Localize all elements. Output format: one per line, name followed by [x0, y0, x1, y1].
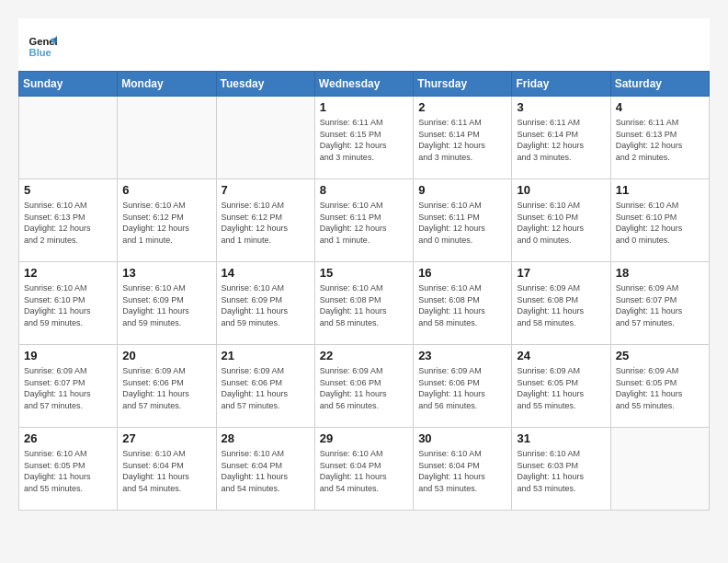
weekday-header-tuesday: Tuesday — [216, 72, 314, 97]
day-info: Sunrise: 6:10 AM Sunset: 6:04 PM Dayligh… — [122, 448, 210, 494]
day-info: Sunrise: 6:10 AM Sunset: 6:11 PM Dayligh… — [320, 200, 408, 246]
week-row-1: 5Sunrise: 6:10 AM Sunset: 6:13 PM Daylig… — [19, 179, 710, 262]
day-number: 28 — [222, 431, 310, 445]
day-number: 17 — [517, 266, 605, 280]
day-number: 26 — [24, 431, 112, 445]
day-number: 15 — [320, 266, 408, 280]
day-number: 6 — [122, 183, 210, 197]
day-number: 29 — [320, 431, 408, 445]
day-info: Sunrise: 6:10 AM Sunset: 6:08 PM Dayligh… — [320, 282, 408, 328]
logo-icon: General Blue — [28, 32, 57, 62]
day-cell: 10Sunrise: 6:10 AM Sunset: 6:10 PM Dayli… — [512, 179, 610, 262]
day-cell: 26Sunrise: 6:10 AM Sunset: 6:05 PM Dayli… — [19, 428, 118, 511]
day-info: Sunrise: 6:10 AM Sunset: 6:10 PM Dayligh… — [24, 282, 112, 328]
day-number: 5 — [24, 183, 112, 197]
weekday-header-wednesday: Wednesday — [314, 72, 413, 97]
day-cell: 6Sunrise: 6:10 AM Sunset: 6:12 PM Daylig… — [118, 179, 216, 262]
day-cell: 9Sunrise: 6:10 AM Sunset: 6:11 PM Daylig… — [414, 179, 512, 262]
day-number: 7 — [222, 183, 310, 197]
day-number: 27 — [122, 431, 210, 445]
day-info: Sunrise: 6:09 AM Sunset: 6:06 PM Dayligh… — [222, 365, 310, 411]
day-info: Sunrise: 6:09 AM Sunset: 6:06 PM Dayligh… — [122, 365, 210, 411]
day-info: Sunrise: 6:10 AM Sunset: 6:05 PM Dayligh… — [24, 448, 112, 494]
week-row-4: 26Sunrise: 6:10 AM Sunset: 6:05 PM Dayli… — [19, 428, 710, 511]
day-info: Sunrise: 6:09 AM Sunset: 6:06 PM Dayligh… — [418, 365, 506, 411]
day-info: Sunrise: 6:09 AM Sunset: 6:08 PM Dayligh… — [517, 282, 605, 328]
day-info: Sunrise: 6:10 AM Sunset: 6:04 PM Dayligh… — [222, 448, 310, 494]
day-cell: 29Sunrise: 6:10 AM Sunset: 6:04 PM Dayli… — [314, 428, 413, 511]
day-cell — [216, 97, 314, 179]
day-info: Sunrise: 6:09 AM Sunset: 6:06 PM Dayligh… — [320, 365, 408, 411]
weekday-header-monday: Monday — [118, 72, 216, 97]
day-info: Sunrise: 6:10 AM Sunset: 6:04 PM Dayligh… — [320, 448, 408, 494]
day-number: 2 — [418, 100, 506, 114]
calendar-body: 1Sunrise: 6:11 AM Sunset: 6:15 PM Daylig… — [19, 97, 710, 511]
day-cell — [610, 428, 709, 511]
weekday-header-friday: Friday — [512, 72, 610, 97]
day-number: 19 — [24, 349, 112, 362]
day-cell: 27Sunrise: 6:10 AM Sunset: 6:04 PM Dayli… — [118, 428, 216, 511]
weekday-header-thursday: Thursday — [414, 72, 512, 97]
day-cell: 25Sunrise: 6:09 AM Sunset: 6:05 PM Dayli… — [610, 345, 709, 428]
day-cell: 28Sunrise: 6:10 AM Sunset: 6:04 PM Dayli… — [216, 428, 314, 511]
day-info: Sunrise: 6:10 AM Sunset: 6:09 PM Dayligh… — [122, 282, 210, 328]
day-cell: 17Sunrise: 6:09 AM Sunset: 6:08 PM Dayli… — [512, 262, 610, 345]
day-cell: 4Sunrise: 6:11 AM Sunset: 6:13 PM Daylig… — [610, 97, 709, 179]
weekday-header-sunday: Sunday — [19, 72, 118, 97]
day-info: Sunrise: 6:10 AM Sunset: 6:10 PM Dayligh… — [616, 200, 704, 246]
header: General Blue — [18, 18, 710, 71]
day-info: Sunrise: 6:10 AM Sunset: 6:03 PM Dayligh… — [517, 448, 605, 494]
weekday-header-saturday: Saturday — [610, 72, 709, 97]
day-info: Sunrise: 6:10 AM Sunset: 6:10 PM Dayligh… — [517, 200, 605, 246]
day-cell: 14Sunrise: 6:10 AM Sunset: 6:09 PM Dayli… — [216, 262, 314, 345]
day-number: 10 — [517, 183, 605, 197]
day-cell — [118, 97, 216, 179]
week-row-0: 1Sunrise: 6:11 AM Sunset: 6:15 PM Daylig… — [19, 97, 710, 179]
day-cell: 16Sunrise: 6:10 AM Sunset: 6:08 PM Dayli… — [414, 262, 512, 345]
day-cell: 5Sunrise: 6:10 AM Sunset: 6:13 PM Daylig… — [19, 179, 118, 262]
day-cell: 23Sunrise: 6:09 AM Sunset: 6:06 PM Dayli… — [414, 345, 512, 428]
day-cell: 21Sunrise: 6:09 AM Sunset: 6:06 PM Dayli… — [216, 345, 314, 428]
week-row-2: 12Sunrise: 6:10 AM Sunset: 6:10 PM Dayli… — [19, 262, 710, 345]
day-info: Sunrise: 6:11 AM Sunset: 6:15 PM Dayligh… — [320, 117, 408, 163]
logo: General Blue — [28, 32, 35, 62]
day-number: 20 — [122, 349, 210, 362]
day-number: 18 — [616, 266, 704, 280]
calendar-container: General Blue SundayMondayTuesdayWednesda… — [18, 18, 710, 511]
day-info: Sunrise: 6:09 AM Sunset: 6:07 PM Dayligh… — [24, 365, 112, 411]
day-cell: 7Sunrise: 6:10 AM Sunset: 6:12 PM Daylig… — [216, 179, 314, 262]
day-cell: 22Sunrise: 6:09 AM Sunset: 6:06 PM Dayli… — [314, 345, 413, 428]
calendar-table: SundayMondayTuesdayWednesdayThursdayFrid… — [18, 71, 710, 511]
day-number: 4 — [616, 100, 704, 114]
day-info: Sunrise: 6:11 AM Sunset: 6:14 PM Dayligh… — [517, 117, 605, 163]
day-info: Sunrise: 6:10 AM Sunset: 6:12 PM Dayligh… — [222, 200, 310, 246]
day-info: Sunrise: 6:10 AM Sunset: 6:04 PM Dayligh… — [418, 448, 506, 494]
day-number: 23 — [418, 349, 506, 362]
day-info: Sunrise: 6:09 AM Sunset: 6:05 PM Dayligh… — [517, 365, 605, 411]
day-number: 8 — [320, 183, 408, 197]
day-cell: 19Sunrise: 6:09 AM Sunset: 6:07 PM Dayli… — [19, 345, 118, 428]
day-number: 22 — [320, 349, 408, 362]
day-cell: 18Sunrise: 6:09 AM Sunset: 6:07 PM Dayli… — [610, 262, 709, 345]
day-info: Sunrise: 6:10 AM Sunset: 6:08 PM Dayligh… — [418, 282, 506, 328]
weekday-header-row: SundayMondayTuesdayWednesdayThursdayFrid… — [19, 72, 710, 97]
day-number: 16 — [418, 266, 506, 280]
day-cell: 12Sunrise: 6:10 AM Sunset: 6:10 PM Dayli… — [19, 262, 118, 345]
day-number: 14 — [222, 266, 310, 280]
day-cell: 20Sunrise: 6:09 AM Sunset: 6:06 PM Dayli… — [118, 345, 216, 428]
day-cell: 3Sunrise: 6:11 AM Sunset: 6:14 PM Daylig… — [512, 97, 610, 179]
day-cell: 2Sunrise: 6:11 AM Sunset: 6:14 PM Daylig… — [414, 97, 512, 179]
day-cell: 15Sunrise: 6:10 AM Sunset: 6:08 PM Dayli… — [314, 262, 413, 345]
day-info: Sunrise: 6:09 AM Sunset: 6:05 PM Dayligh… — [616, 365, 704, 411]
day-cell: 11Sunrise: 6:10 AM Sunset: 6:10 PM Dayli… — [610, 179, 709, 262]
day-info: Sunrise: 6:11 AM Sunset: 6:14 PM Dayligh… — [418, 117, 506, 163]
svg-text:Blue: Blue — [29, 47, 51, 58]
day-info: Sunrise: 6:10 AM Sunset: 6:11 PM Dayligh… — [418, 200, 506, 246]
day-cell: 24Sunrise: 6:09 AM Sunset: 6:05 PM Dayli… — [512, 345, 610, 428]
day-cell — [19, 97, 118, 179]
day-number: 25 — [616, 349, 704, 362]
day-number: 12 — [24, 266, 112, 280]
day-cell: 1Sunrise: 6:11 AM Sunset: 6:15 PM Daylig… — [314, 97, 413, 179]
day-cell: 13Sunrise: 6:10 AM Sunset: 6:09 PM Dayli… — [118, 262, 216, 345]
day-cell: 8Sunrise: 6:10 AM Sunset: 6:11 PM Daylig… — [314, 179, 413, 262]
